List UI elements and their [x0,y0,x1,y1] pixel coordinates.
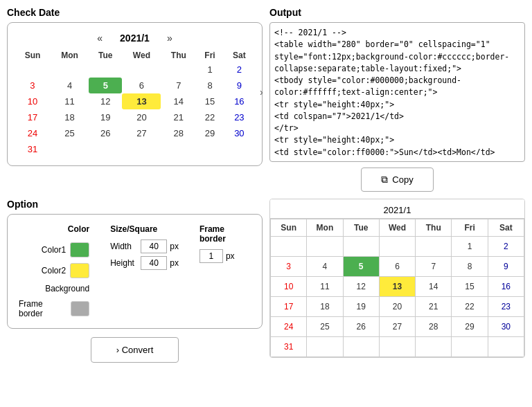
list-item[interactable]: 6 [122,78,161,93]
convert-label: Convert [122,345,154,355]
list-item[interactable]: 2 [224,62,255,78]
list-item[interactable]: 16 [224,93,255,109]
list-item[interactable]: 29 [452,317,487,336]
list-item[interactable]: 27 [380,317,415,336]
list-item[interactable]: 31 [271,337,306,356]
preview-header-cell: Thu [416,219,451,236]
list-item[interactable]: 10 [15,93,51,109]
preview-cal-box: 2021/1 SunMonTueWedThuFriSat 12345678910… [269,199,525,358]
list-item[interactable]: 22 [452,297,487,316]
color1-swatch[interactable] [70,242,89,257]
list-item[interactable]: 20 [122,109,161,125]
frame-border-swatch[interactable] [71,301,89,316]
list-item[interactable]: 14 [416,277,451,296]
list-item[interactable]: 18 [51,109,89,125]
width-input[interactable] [141,239,167,253]
list-item[interactable]: 4 [307,257,342,276]
preview-header-cell: Tue [344,219,379,236]
list-item[interactable]: 12 [89,93,122,109]
list-item[interactable]: 5 [89,78,122,93]
list-item [307,237,342,256]
list-item[interactable]: 16 [488,277,524,296]
list-item[interactable]: 8 [196,78,224,93]
list-item[interactable]: 15 [452,277,487,296]
list-item[interactable]: 26 [344,317,379,336]
list-item[interactable]: 28 [416,317,451,336]
list-item[interactable]: 18 [307,297,342,316]
list-item[interactable]: 9 [488,257,524,276]
list-item[interactable]: 7 [416,257,451,276]
list-item[interactable]: 24 [271,317,306,336]
list-item[interactable]: 12 [344,277,379,296]
list-item[interactable]: 19 [344,297,379,316]
list-item[interactable]: 25 [51,125,89,141]
list-item[interactable]: 11 [51,93,89,109]
list-item[interactable]: 23 [224,109,255,125]
list-item[interactable]: 25 [307,317,342,336]
list-item[interactable]: 6 [380,257,415,276]
list-item[interactable]: 2 [488,237,524,256]
month-label: 2021/1 [120,33,150,44]
list-item [307,337,342,356]
height-input[interactable] [141,256,167,270]
prev-month-btn[interactable]: « [94,31,106,45]
next-month-btn[interactable]: » [163,31,176,45]
color2-swatch[interactable] [70,263,89,278]
list-item[interactable]: 15 [196,93,224,109]
list-item[interactable]: 24 [15,125,51,141]
list-item[interactable]: 23 [488,297,524,316]
list-item[interactable]: 31 [15,141,51,157]
list-item[interactable]: 20 [380,297,415,316]
list-item[interactable]: 7 [161,78,196,93]
preview-header-cell: Mon [307,219,342,236]
width-label: Width [110,242,138,251]
color2-label: Color2 [42,266,66,275]
list-item[interactable]: 4 [51,78,89,93]
list-item[interactable]: 1 [452,237,487,256]
list-item[interactable]: 14 [161,93,196,109]
output-textarea[interactable] [274,27,520,155]
list-item[interactable]: 27 [122,125,161,141]
list-item[interactable]: 21 [161,109,196,125]
table-row: 10111213141516 [271,277,524,296]
cal-header-cell: Fri [196,49,224,62]
list-item [271,237,306,256]
height-px: px [170,258,179,268]
option-box: Color Color1 Color2 Background Frame bor… [7,214,263,329]
preview-header-row: SunMonTueWedThuFriSat [271,219,524,236]
list-item [380,237,415,256]
copy-button[interactable]: ⧉ Copy [361,168,433,192]
list-item[interactable]: 28 [161,125,196,141]
list-item[interactable]: 10 [271,277,306,296]
bg-label: Background [45,284,89,293]
list-item[interactable]: 8 [452,257,487,276]
height-label: Height [110,258,138,268]
list-item[interactable]: 26 [89,125,122,141]
check-date-section: Check Date « 2021/1 » SunMonTueWedThuFri… [7,7,263,192]
table-row: 10111213141516 [15,93,255,109]
output-title: Output [269,7,525,18]
list-item[interactable]: 3 [15,78,51,93]
list-item[interactable]: 1 [196,62,224,78]
calendar-body: 1234567891011121314151617181920212223242… [15,62,255,157]
list-item[interactable]: 30 [488,317,524,336]
list-item[interactable]: 19 [89,109,122,125]
list-item [15,62,51,78]
list-item[interactable]: 9 [224,78,255,93]
list-item[interactable]: 13 [380,277,415,296]
list-item [224,141,255,157]
preview-section: 2021/1 SunMonTueWedThuFriSat 12345678910… [269,199,525,363]
list-item[interactable]: 22 [196,109,224,125]
list-item[interactable]: 30 [224,125,255,141]
convert-button[interactable]: › Convert [91,337,179,363]
list-item[interactable]: 21 [416,297,451,316]
list-item[interactable]: 17 [271,297,306,316]
list-item[interactable]: 13 [122,93,161,109]
list-item[interactable]: 17 [15,109,51,125]
color1-label: Color1 [42,245,66,255]
frame-input[interactable] [200,249,223,263]
list-item[interactable]: 29 [196,125,224,141]
list-item[interactable]: 11 [307,277,342,296]
list-item[interactable]: 5 [344,257,379,276]
list-item[interactable]: 3 [271,257,306,276]
